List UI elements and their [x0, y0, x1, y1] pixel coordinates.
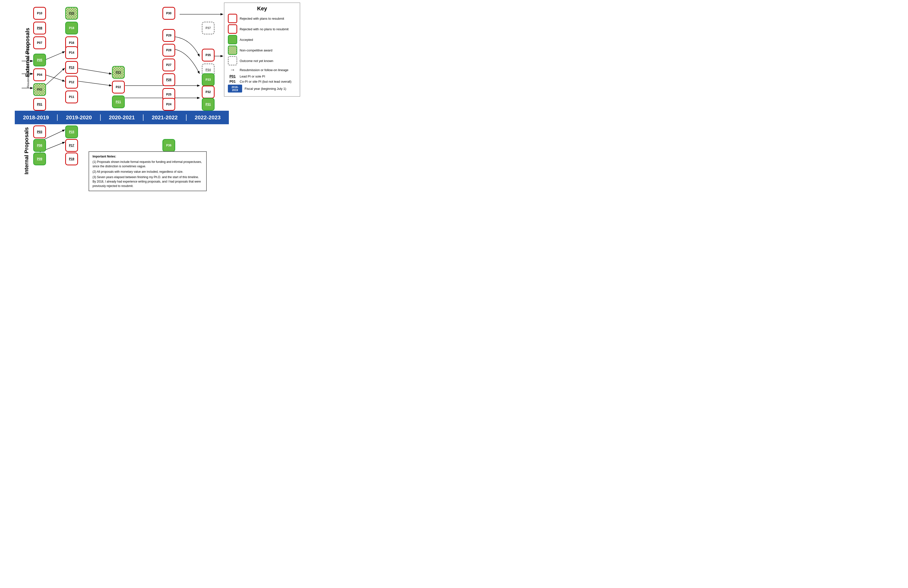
year-2021-2022: 2021-2022: [143, 114, 186, 121]
key-row-fiscal-year: 2018-2019 Fiscal year (beginning July 1): [228, 85, 296, 93]
key-label-fiscal-year: Fiscal year (beginning July 1): [245, 87, 286, 90]
year-2019-2020: 2019-2020: [58, 114, 100, 121]
key-icon-rejected-no-resubmit: [228, 24, 237, 34]
proposal-P22: P22: [112, 81, 125, 93]
arrow-icon: →: [228, 67, 237, 73]
proposal-P31: P31: [202, 98, 214, 111]
proposal-P11: P11: [65, 90, 78, 103]
proposal-P10: P10: [33, 7, 46, 20]
proposal-P19: P19: [65, 153, 78, 165]
key-label-rejected-resubmit: Rejected with plans to resubmit: [240, 17, 284, 21]
proposal-P28: P28: [163, 44, 175, 56]
key-row-lead-pi: P01 Lead PI or sole PI: [228, 74, 296, 78]
key-row-unknown: Outcome not yet known: [228, 56, 296, 66]
notes-item-3: (3) Seven years elapsed between finishin…: [93, 175, 203, 188]
key-icon-accepted: [228, 35, 237, 44]
proposal-P37: P37: [202, 22, 214, 34]
key-label-arrow: Resubmission or follow-on lineage: [240, 68, 288, 72]
svg-line-3: [78, 81, 111, 86]
proposal-P36: P36: [163, 139, 175, 152]
key-label-accepted: Accepted: [240, 38, 253, 42]
key-row-rejected-no-resubmit: Rejected with no plans to resubmit: [228, 24, 296, 34]
proposal-P15: P15: [65, 125, 78, 138]
proposal-P21: P21: [112, 95, 125, 108]
proposal-P29: P29: [163, 29, 175, 42]
proposal-P09: P09: [33, 153, 46, 165]
key-box: Key Rejected with plans to resubmit Reje…: [224, 2, 300, 97]
proposal-P26: P26: [163, 73, 175, 86]
proposal-P02: P02: [33, 83, 46, 96]
proposal-P23: P23: [112, 66, 125, 79]
notes-item-1: (1) Proposals shown include formal reque…: [93, 160, 203, 169]
proposal-P33: P33: [202, 73, 214, 86]
notes-item-2: (2) All proposals with monetary value ar…: [93, 170, 203, 174]
proposal-P24: P24: [163, 98, 175, 111]
proposal-P20: P20: [65, 7, 78, 20]
key-row-arrow: → Resubmission or follow-on lineage: [228, 67, 296, 73]
proposal-P07: P07: [33, 36, 46, 49]
svg-line-4: [78, 68, 111, 74]
key-icon-non-competitive: [228, 45, 237, 55]
year-2022-2023: 2022-2023: [187, 114, 229, 121]
proposal-P27: P27: [163, 59, 175, 71]
proposal-P06: P06: [33, 139, 46, 152]
proposal-P12: P12: [65, 76, 78, 88]
proposal-P03: P03: [33, 125, 46, 138]
internal-proposals-label: Internal Proposals: [23, 127, 30, 174]
key-row-non-competitive: Non-competitive award: [228, 45, 296, 55]
key-label-unknown: Outcome not yet known: [240, 59, 274, 63]
proposal-P35: P35: [202, 49, 214, 61]
key-icon-unknown: [228, 56, 237, 66]
proposal-P14: P14: [65, 46, 78, 59]
key-label-non-competitive: Non-competitive award: [240, 48, 272, 52]
proposal-P05: P05: [33, 54, 46, 66]
fiscal-year-icon: 2018-2019: [228, 85, 242, 93]
key-row-accepted: Accepted: [228, 35, 296, 44]
lead-pi-icon: P01: [228, 74, 237, 78]
key-row-rejected-resubmit: Rejected with plans to resubmit: [228, 14, 296, 23]
year-band: 2018-2019 2019-2020 2020-2021 2021-2022 …: [15, 111, 229, 124]
proposal-P18: P18: [65, 22, 78, 34]
proposal-P01: P01: [33, 98, 46, 111]
key-label-lead-pi: Lead PI or sole PI: [240, 74, 265, 78]
notes-box: Important Notes: (1) Proposals shown inc…: [89, 151, 207, 191]
key-title: Key: [228, 5, 296, 12]
key-label-co-pi: Co-PI or site PI (but not lead overall): [240, 80, 291, 84]
proposal-P13: P13: [65, 61, 78, 74]
proposal-P32: P32: [202, 86, 214, 98]
year-2020-2021: 2020-2021: [101, 114, 143, 121]
co-pi-icon: P01: [228, 79, 237, 84]
proposal-P30: P30: [163, 7, 175, 20]
key-label-rejected-no-resubmit: Rejected with no plans to resubmit: [240, 27, 289, 31]
key-icon-rejected-resubmit: [228, 14, 237, 23]
key-row-co-pi: P01 Co-PI or site PI (but not lead overa…: [228, 79, 296, 84]
year-2018-2019: 2018-2019: [15, 114, 58, 121]
main-container: 2018-2019 2019-2020 2020-2021 2021-2022 …: [0, 0, 303, 196]
proposal-P08: P08: [33, 22, 46, 34]
resubmissions-label: Resubmissions From Prior Affiliation: [27, 44, 29, 88]
proposal-P17: P17: [65, 139, 78, 152]
proposal-P04: P04: [33, 68, 46, 81]
notes-title: Important Notes:: [93, 154, 203, 159]
